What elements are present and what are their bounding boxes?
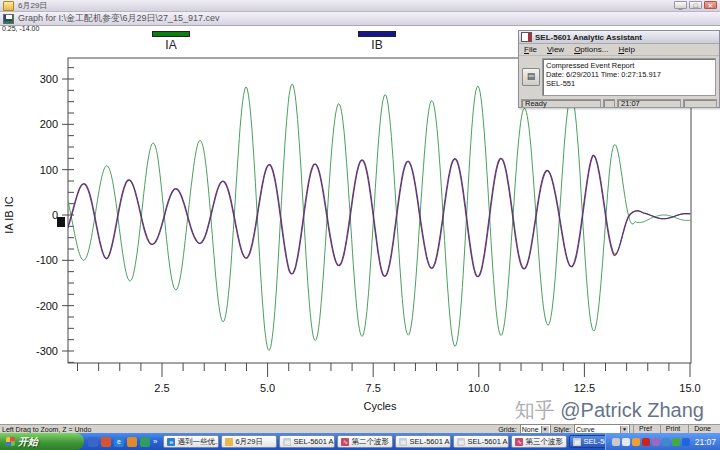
legend-swatch-ia <box>152 31 190 37</box>
wave-icon: ∿ <box>341 438 349 446</box>
grids-label: Grids: <box>498 426 517 433</box>
x-tick-label: 10.0 <box>468 382 489 394</box>
taskbar-button[interactable]: ▤SEL-5601 A... <box>395 435 451 448</box>
taskbar-button-label: SEL-5601 A... <box>409 437 451 446</box>
taskbar-button-label: 遇到一些优... <box>177 437 219 447</box>
done-button[interactable]: Done <box>688 425 716 433</box>
msn-icon[interactable] <box>88 437 98 447</box>
y-tick-label: 300 <box>40 73 58 85</box>
sel-body: ▤ Compressed Event Report Date: 6/29/201… <box>519 56 719 98</box>
y-axis-label: IA IB IC <box>3 180 15 250</box>
sel-status-extra <box>683 99 717 108</box>
windows-flag-icon <box>6 437 15 446</box>
taskbar-button[interactable]: ∿第三个波形 <box>511 435 567 448</box>
taskbar-button-label: SEL-5601 A... <box>293 437 335 446</box>
taskbar-button[interactable]: ▤SEL-5601 A... <box>279 435 335 448</box>
taskbar-button-label: 6月29日 <box>235 437 263 447</box>
taskbar-button-label: 第二个波形 <box>351 437 389 447</box>
legend-swatch-ib <box>358 31 396 37</box>
x-tick-label: 7.5 <box>366 382 381 394</box>
menu-item-file[interactable]: File <box>524 45 537 54</box>
x-axis-label: Cycles <box>330 400 430 412</box>
y-tick-label: 100 <box>40 164 58 176</box>
x-tick-label: 5.0 <box>260 382 275 394</box>
quick-launch-overflow[interactable]: » <box>153 437 157 446</box>
chevron-down-icon: ▼ <box>541 426 549 433</box>
waveform-ib <box>68 156 691 277</box>
ie-icon: e <box>167 438 175 446</box>
sel-icon: ▤ <box>399 438 407 446</box>
folder-icon <box>225 438 233 446</box>
print-button[interactable]: Print <box>660 425 685 433</box>
taskbar-buttons: e遇到一些优...6月29日▤SEL-5601 A...∿第二个波形▤SEL-5… <box>161 435 604 448</box>
sel-icon: ▤ <box>457 438 465 446</box>
taskbar-button[interactable]: ∿第二个波形 <box>337 435 393 448</box>
event-report-button[interactable]: ▤ <box>522 68 540 86</box>
taskbar-button[interactable]: 6月29日 <box>221 435 277 448</box>
y-tick-label: -200 <box>36 300 58 312</box>
legend-label-ib: IB <box>358 38 396 52</box>
ie-icon[interactable]: e <box>114 437 124 447</box>
quick-launch: e» <box>84 437 161 447</box>
tray-icons <box>612 438 690 446</box>
waveform-ia <box>68 84 691 350</box>
taskbar-button[interactable]: e遇到一些优... <box>163 435 219 448</box>
menu-item-options[interactable]: Options... <box>574 45 608 54</box>
report-line[interactable]: Date: 6/29/2011 Time: 0:27:15.917 <box>546 70 715 79</box>
sel-5601-window[interactable]: SEL-5601 Analytic Assistant FileViewOpti… <box>518 30 720 108</box>
network-icon[interactable] <box>662 438 670 446</box>
report-line[interactable]: SEL-551 <box>546 79 715 88</box>
printer-icon[interactable] <box>612 438 620 446</box>
green-orb-icon[interactable] <box>672 438 680 446</box>
watermark: 知乎 @Patrick Zhang <box>515 397 704 424</box>
wave-icon: ∿ <box>515 438 523 446</box>
globe-icon[interactable] <box>140 437 150 447</box>
purple-app-icon[interactable] <box>652 438 660 446</box>
chevron-down-icon: ▼ <box>620 426 628 433</box>
taskbar-button-label: SEL-5601 A... <box>583 437 604 446</box>
kingsoft-icon[interactable] <box>642 438 650 446</box>
y-tick-label: -300 <box>36 345 58 357</box>
taskbar-button-label: SEL-5601 A... <box>467 437 509 446</box>
style-label: Style: <box>554 426 572 433</box>
cursor-marker[interactable] <box>57 217 65 227</box>
x-tick-label: 12.5 <box>574 382 595 394</box>
taskbar-button[interactable]: ▤SEL-5601 A... <box>453 435 509 448</box>
legend-label-ia: IA <box>152 38 190 52</box>
firefox-icon[interactable] <box>127 437 137 447</box>
watermark-zhihu: 知乎 <box>515 399 561 421</box>
start-label: 开始 <box>18 435 38 449</box>
start-button[interactable]: 开始 <box>0 433 84 450</box>
ie-tray-icon[interactable] <box>682 438 690 446</box>
pref-button[interactable]: Pref <box>633 425 657 433</box>
sel-titlebar[interactable]: SEL-5601 Analytic Assistant <box>519 31 719 44</box>
desktop: 6月29日 _ □ ✕ Graph for I:\金工配机参变\6月29日\27… <box>0 0 720 450</box>
sel-icon: ▤ <box>573 438 581 446</box>
sel-status-ready: Ready <box>521 99 601 108</box>
style-value: Curve <box>576 426 595 433</box>
volume-icon[interactable] <box>622 438 630 446</box>
event-report-list[interactable]: Compressed Event Report Date: 6/29/2011 … <box>542 58 716 96</box>
x-tick-label: 2.5 <box>154 382 169 394</box>
sel-status-time: 21:07 <box>617 99 681 108</box>
taskbar: 开始 e» e遇到一些优...6月29日▤SEL-5601 A...∿第二个波形… <box>0 433 720 450</box>
watermark-author: @Patrick Zhang <box>560 399 704 421</box>
x-tick-label: 15.0 <box>679 382 700 394</box>
zoom-hint-text: Left Drag to Zoom, Z = Undo <box>0 426 498 433</box>
taskbar-clock: 21:07 <box>692 437 716 447</box>
grids-value: None <box>522 426 539 433</box>
taskbar-button-active[interactable]: ▤SEL-5601 A... <box>569 435 604 448</box>
cursor-coordinates-readout: 0.25, -14.00 <box>2 25 39 32</box>
graph-bottom-strip: Left Drag to Zoom, Z = Undo Grids: None … <box>0 424 720 433</box>
taskbar-button-label: 第三个波形 <box>525 437 563 447</box>
sel-statusbar: Ready 21:07 <box>519 98 719 109</box>
y-tick-label: 200 <box>40 118 58 130</box>
menu-item-view[interactable]: View <box>547 45 564 54</box>
sel-icon: ▤ <box>283 438 291 446</box>
shield-icon[interactable] <box>632 438 640 446</box>
menu-item-help[interactable]: Help <box>618 45 634 54</box>
report-line[interactable]: Compressed Event Report <box>546 61 715 70</box>
y-tick-label: -100 <box>36 254 58 266</box>
media-icon[interactable] <box>101 437 111 447</box>
sel-status-spacer <box>603 99 615 108</box>
